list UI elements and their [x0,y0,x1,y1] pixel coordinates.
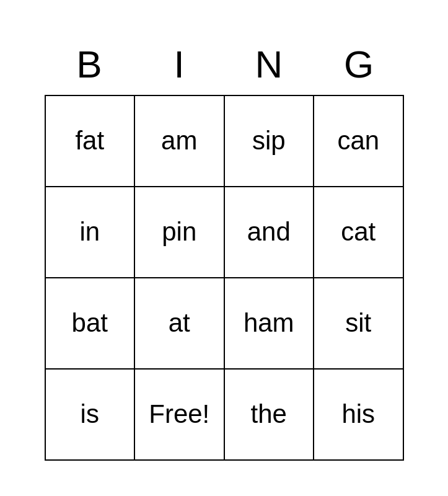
header-i: I [134,36,224,92]
bingo-header: B I N G [45,36,404,92]
cell-r1c4: can [314,96,403,186]
cell-r3c4: sit [314,278,403,368]
cell-r3c1: bat [46,278,136,368]
cell-r2c1: in [46,187,136,277]
header-n: N [224,36,314,92]
bingo-row: is Free! the his [46,370,403,459]
bingo-row: fat am sip can [46,96,403,187]
bingo-grid: fat am sip can in pin and cat bat at ham… [45,95,404,461]
cell-r3c2: at [135,278,225,368]
cell-r1c2: am [135,96,225,186]
cell-r4c2: Free! [135,370,225,459]
cell-r4c4: his [314,370,403,459]
cell-r4c1: is [46,370,136,459]
cell-r2c4: cat [314,187,403,277]
cell-r4c3: the [225,370,315,459]
cell-r1c1: fat [46,96,136,186]
bingo-card: B I N G fat am sip can in pin and cat ba… [32,24,416,473]
cell-r2c3: and [225,187,315,277]
bingo-row: bat at ham sit [46,278,403,370]
cell-r1c3: sip [225,96,315,186]
cell-r2c2: pin [135,187,225,277]
bingo-row: in pin and cat [46,187,403,278]
cell-r3c3: ham [225,278,315,368]
header-g: G [314,36,404,92]
header-b: B [45,36,134,92]
